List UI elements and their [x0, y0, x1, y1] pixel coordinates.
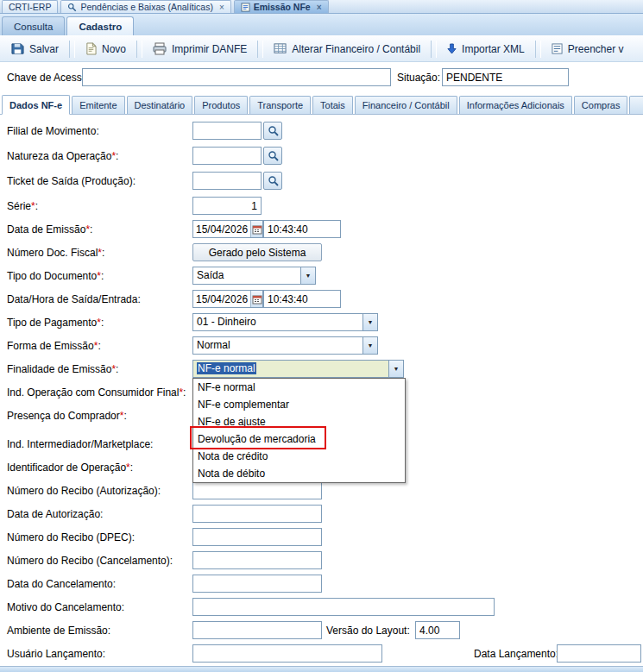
tab-informacoes-adicionais[interactable]: Informações Adicionais: [459, 96, 572, 114]
data-cancelamento-input[interactable]: [192, 575, 322, 593]
chevron-down-icon[interactable]: ▼: [300, 267, 315, 284]
access-key-input[interactable]: [82, 68, 391, 86]
tipo-documento-select[interactable]: Saída ▼: [192, 267, 316, 285]
forma-emissao-select[interactable]: Normal ▼: [192, 336, 378, 355]
field-label: Ind. Intermediador/Marketplace: [7, 438, 150, 450]
window-tab-pendencias[interactable]: Pendências e Baixas (Analíticas) ×: [60, 0, 230, 13]
data-saida-time-input[interactable]: [263, 290, 341, 308]
recibo-dpec-input[interactable]: [192, 528, 322, 546]
tab-emitente[interactable]: Emitente: [72, 96, 124, 114]
tab-compras[interactable]: Compras: [574, 96, 628, 114]
natureza-lookup-button[interactable]: [263, 147, 282, 165]
tab-financeiro-contabil[interactable]: Financeiro / Contábil: [355, 96, 457, 114]
form-row-recibo-cancelamento: Número do Recibo (Cancelamento):: [7, 551, 640, 570]
field-label: Ambiente de Emissão: [7, 625, 108, 637]
filial-input[interactable]: [192, 122, 262, 140]
recibo-autorizacao-input[interactable]: [192, 481, 322, 499]
new-document-icon: [85, 42, 97, 55]
dropdown-option-nfe-normal[interactable]: NF-e normal: [193, 379, 405, 396]
ticket-lookup-button[interactable]: [263, 172, 282, 190]
dropdown-option-nota-credito[interactable]: Nota de crédito: [193, 448, 405, 465]
toolbar-separator: [535, 41, 541, 58]
tab-destinatario[interactable]: Destinatário: [127, 96, 193, 114]
motivo-cancelamento-input[interactable]: [192, 598, 495, 616]
natureza-input[interactable]: [192, 147, 262, 165]
table-icon: [274, 42, 287, 55]
field-label: Usuário Lançamento: [7, 648, 103, 660]
dropdown-option-nfe-complementar[interactable]: NF-e complementar: [193, 396, 405, 413]
field-label: Identificador de Operação: [7, 462, 126, 474]
tab-transporte[interactable]: Transporte: [249, 96, 311, 114]
tab-cadastro[interactable]: Cadastro: [66, 16, 134, 35]
form-row-forma-emissao: Forma de Emissão*: Normal ▼: [7, 336, 640, 355]
print-danfe-button[interactable]: Imprimir DANFE: [146, 39, 254, 59]
field-label: Natureza da Operação: [7, 150, 111, 162]
alter-financial-button[interactable]: Alterar Financeiro / Contábil: [267, 39, 427, 59]
finalidade-select[interactable]: NF-e normal ▼: [192, 360, 404, 378]
filial-lookup-button[interactable]: [263, 122, 282, 140]
form-row-ambiente: Ambiente de Emissão: Versão do Layout:: [7, 621, 640, 640]
access-key-label: Chave de Acesso:: [7, 62, 91, 93]
field-label: Número do Recibo (Autorização): [7, 485, 158, 497]
recibo-cancelamento-input[interactable]: [192, 551, 322, 569]
status-label: Situação:: [397, 62, 440, 93]
serie-input[interactable]: [192, 197, 262, 215]
tab-produtos[interactable]: Produtos: [194, 96, 248, 114]
magnifier-icon: [268, 125, 279, 136]
usuario-lancamento-input[interactable]: [192, 644, 382, 663]
field-label: Motivo do Cancelamento: [7, 601, 122, 613]
tab-totais[interactable]: Totais: [312, 96, 353, 114]
dropdown-option-devolucao-mercadoria[interactable]: Devolução de mercadoria: [193, 430, 405, 448]
tab-dados-nfe[interactable]: Dados NF-e: [2, 95, 70, 115]
chevron-down-icon[interactable]: ▼: [362, 314, 377, 330]
toolbar-separator: [136, 41, 142, 58]
field-label: Data/Hora de Saída/Entrada: [7, 293, 137, 305]
view-tab-bar: Consulta Cadastro: [0, 14, 643, 36]
dropdown-option-nfe-ajuste[interactable]: NF-e de ajuste: [193, 413, 405, 430]
data-emissao-time-input[interactable]: [263, 220, 341, 238]
data-saida-date-input[interactable]: 15/04/2026: [192, 290, 263, 308]
printer-icon: [153, 42, 167, 55]
save-button[interactable]: Salvar: [4, 39, 66, 59]
chevron-down-icon[interactable]: ▼: [388, 361, 403, 377]
window-tab-crti-erp[interactable]: CRTI-ERP: [2, 0, 58, 13]
magnifier-icon: [268, 175, 279, 186]
dropdown-option-nota-debito[interactable]: Nota de débito: [193, 465, 405, 482]
close-icon[interactable]: ×: [317, 3, 322, 12]
form-row-usuario: Usuário Lançamento: Data Lançamento:: [7, 644, 640, 663]
form-row-data-autorizacao: Data de Autorização:: [7, 505, 640, 524]
calendar-icon[interactable]: [250, 291, 262, 307]
form-icon: [241, 3, 250, 12]
form-row-filial: Filial de Movimento:: [7, 122, 640, 141]
chevron-down-icon[interactable]: ▼: [362, 337, 377, 354]
window-tab-emissao-nfe[interactable]: Emissão NFe ×: [234, 0, 329, 13]
field-label: Finalidade de Emissão: [7, 363, 111, 375]
form-row-numero-doc: Número Doc. Fiscal*: Gerado pelo Sistema: [7, 243, 640, 262]
data-autorizacao-input[interactable]: [192, 505, 322, 523]
close-icon[interactable]: ×: [219, 3, 224, 12]
fill-values-button[interactable]: Preencher v: [545, 40, 631, 59]
finalidade-dropdown-list: NF-e normal NF-e complementar NF-e de aj…: [192, 378, 406, 483]
form-row-recibo-dpec: Número do Recibo (DPEC):: [7, 528, 640, 547]
ambiente-input[interactable]: [192, 621, 322, 639]
status-value-input[interactable]: [442, 68, 569, 86]
field-label: Data de Emissão: [7, 223, 85, 236]
form-row-finalidade: Finalidade de Emissão*: NF-e normal ▼: [7, 360, 640, 379]
toolbar-separator: [431, 41, 437, 58]
tab-clipped[interactable]: [629, 96, 643, 114]
field-label: Versão do Layout: [326, 625, 407, 637]
tipo-pagamento-select[interactable]: 01 - Dinheiro ▼: [192, 313, 378, 331]
data-lancamento-input[interactable]: [557, 644, 641, 663]
window-tab-label: Pendências e Baixas (Analíticas): [80, 2, 213, 12]
field-label: Ind. Operação com Consumidor Final: [7, 386, 179, 399]
data-emissao-date-input[interactable]: 15/04/2026: [192, 220, 263, 238]
tab-consulta[interactable]: Consulta: [2, 16, 65, 35]
access-key-row: Chave de Acesso: Situação:: [0, 62, 643, 93]
selected-value: NF-e normal: [197, 362, 256, 374]
ticket-input[interactable]: [192, 172, 262, 190]
calendar-icon[interactable]: [250, 221, 262, 237]
new-button[interactable]: Novo: [79, 39, 133, 59]
window-tab-label: Emissão NFe: [254, 2, 311, 12]
versao-layout-input[interactable]: [415, 621, 460, 639]
import-xml-button[interactable]: Importar XML: [440, 40, 532, 59]
